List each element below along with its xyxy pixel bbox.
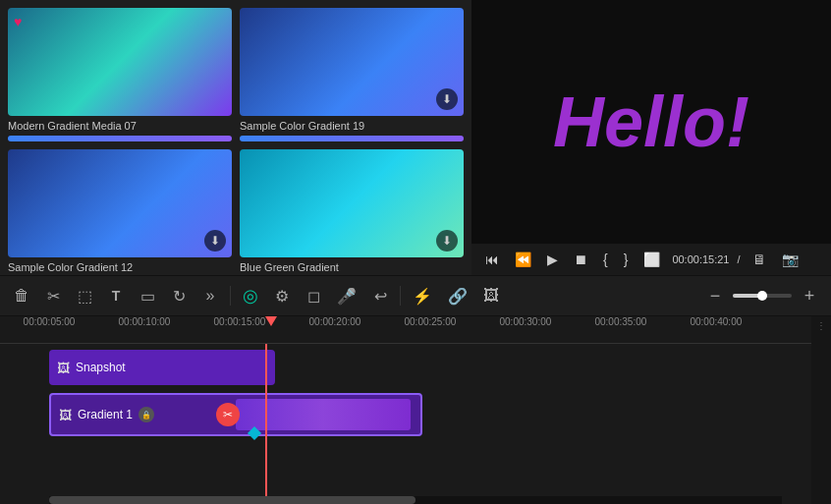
download-badge-3: ⬇ <box>204 230 226 252</box>
zoom-in-button[interactable]: + <box>796 282 823 309</box>
delete-tool[interactable]: 🗑 <box>8 282 35 309</box>
thumbnail-3: ⬇ <box>8 149 232 257</box>
timeline-area: 00:00:05:00 00:00:10:00 00:00:15:00 00:0… <box>0 316 831 504</box>
zoom-slider[interactable] <box>733 294 792 298</box>
ruler-7: 00:00:40:00 <box>690 316 742 327</box>
rotate-tool[interactable]: ↻ <box>165 282 193 309</box>
current-time: 00:00:15:21 <box>672 253 729 265</box>
preview-text: Hello! <box>553 82 749 162</box>
zoom-thumb <box>757 291 767 301</box>
edit-tool[interactable]: ⚡ <box>407 282 438 309</box>
timeline-ruler: 00:00:05:00 00:00:10:00 00:00:15:00 00:0… <box>0 316 831 344</box>
total-time: / <box>738 253 741 265</box>
text-tool[interactable]: T <box>102 282 130 309</box>
ruler-0: 00:00:05:00 <box>24 316 76 327</box>
step-back-button[interactable]: ⏮ <box>481 250 503 269</box>
snapshot-clip-icon: 🖼 <box>57 361 70 375</box>
ruler-4: 00:00:25:00 <box>404 316 456 327</box>
main-area: ♥ Modern Gradient Media 07 ⬇ Sample Colo… <box>0 0 831 275</box>
audio-tool[interactable]: 🎤 <box>331 282 362 309</box>
zoom-out-button[interactable]: − <box>701 282 729 309</box>
divider-1 <box>230 286 231 306</box>
bottom-scrollbar[interactable] <box>49 496 782 504</box>
thumbnail-2: ⬇ <box>240 8 464 116</box>
media-item-3[interactable]: ⬇ Sample Color Gradient 12 <box>8 149 232 275</box>
cut-marker[interactable]: ✂ <box>216 403 240 426</box>
playhead-line <box>265 344 267 496</box>
ruler-3: 00:00:20:00 <box>309 316 361 327</box>
preview-panel: Hello! ⏮ ⏪ ▶ ⏹ { } ⬜ 00:00:15:21 / 🖥 📷 <box>471 0 831 275</box>
ai-tool[interactable]: ◎ <box>237 282 264 309</box>
media-label-1: Modern Gradient Media 07 <box>8 120 232 132</box>
preview-controls: ⏮ ⏪ ▶ ⏹ { } ⬜ 00:00:15:21 / 🖥 📷 <box>471 244 831 275</box>
preview-video-area: Hello! <box>471 0 831 244</box>
cut-tool[interactable]: ✂ <box>39 282 67 309</box>
gradient-clip-label: Gradient 1 <box>78 408 133 421</box>
media-item-1[interactable]: ♥ Modern Gradient Media 07 <box>8 8 232 141</box>
gradient-clip-icon: 🖼 <box>59 408 72 422</box>
download-badge-4: ⬇ <box>436 230 458 252</box>
media-label-3: Sample Color Gradient 12 <box>8 261 232 273</box>
right-toolbar: ⋮ <box>811 316 831 504</box>
link-tool[interactable]: 🔗 <box>442 282 473 309</box>
mark-out-button[interactable]: } <box>620 250 633 269</box>
mark-in-button[interactable]: { <box>599 250 612 269</box>
media-panel: ♥ Modern Gradient Media 07 ⬇ Sample Colo… <box>0 0 471 275</box>
color-bar-2 <box>240 136 464 141</box>
snapshot-clip-label: Snapshot <box>76 361 126 374</box>
gradient-inner-block <box>236 399 411 430</box>
thumbnail-4: ⬇ <box>240 149 464 257</box>
media-item-2[interactable]: ⬇ Sample Color Gradient 19 <box>240 8 464 141</box>
stop-button[interactable]: ⏹ <box>570 250 591 269</box>
media-label-2: Sample Color Gradient 19 <box>240 120 464 132</box>
media-label-4: Blue Green Gradient <box>240 261 464 273</box>
snapshot-button[interactable]: 📷 <box>778 250 803 269</box>
frame-back-button[interactable]: ⏪ <box>511 250 535 269</box>
ruler-6: 00:00:35:00 <box>594 316 646 327</box>
mask-tool[interactable]: ◻ <box>300 282 327 309</box>
more-tools[interactable]: » <box>196 282 224 309</box>
thumbnail-1: ♥ <box>8 8 232 116</box>
gradient-clip[interactable]: 🖼 Gradient 1 🔒 ✂ <box>49 393 422 436</box>
scroll-thumb <box>49 496 416 504</box>
shape-tool[interactable]: ▭ <box>134 282 161 309</box>
image-tool[interactable]: 🖼 <box>477 282 505 309</box>
snapshot-clip[interactable]: 🖼 Snapshot <box>49 350 275 385</box>
toolbar: 🗑 ✂ ⬚ T ▭ ↻ » ◎ ⚙ ◻ 🎤 ↩ ⚡ 🔗 🖼 − + <box>0 275 831 316</box>
settings-tool[interactable]: ⚙ <box>268 282 296 309</box>
heart-icon: ♥ <box>14 14 22 29</box>
media-grid: ♥ Modern Gradient Media 07 ⬇ Sample Colo… <box>8 8 464 275</box>
ruler-container: 00:00:05:00 00:00:10:00 00:00:15:00 00:0… <box>49 316 782 343</box>
divider-2 <box>400 286 401 306</box>
ruler-2: 00:00:15:00 <box>214 316 266 327</box>
fullscreen-button[interactable]: ⬜ <box>639 250 664 269</box>
playhead-top-arrow <box>265 316 277 326</box>
monitor-button[interactable]: 🖥 <box>748 250 770 269</box>
snapshot-track-row: 🖼 Snapshot <box>49 350 782 385</box>
zoom-controls: − + <box>701 282 823 309</box>
color-bar-1 <box>8 136 232 141</box>
ruler-5: 00:00:30:00 <box>499 316 551 327</box>
export-tool[interactable]: ↩ <box>366 282 394 309</box>
lock-icon: 🔒 <box>138 407 154 422</box>
media-item-4[interactable]: ⬇ Blue Green Gradient <box>240 149 464 275</box>
download-badge-2: ⬇ <box>436 88 458 110</box>
ruler-1: 00:00:10:00 <box>119 316 171 327</box>
crop-tool[interactable]: ⬚ <box>71 282 98 309</box>
play-button[interactable]: ▶ <box>543 250 562 269</box>
right-tool-1[interactable]: ⋮ <box>816 320 826 331</box>
gradient-track-row: 🖼 Gradient 1 🔒 ✂ <box>49 391 782 438</box>
timeline-tracks: 🖼 Snapshot 🖼 Gradient 1 🔒 ✂ <box>0 344 831 496</box>
